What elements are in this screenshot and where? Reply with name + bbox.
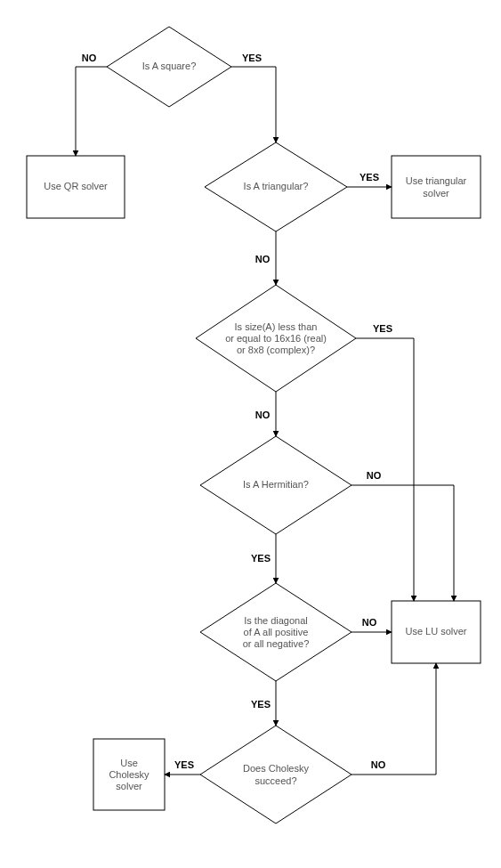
edge-tri-yes-label: YES	[360, 172, 379, 183]
decision-triangular: Is A triangular?	[205, 142, 347, 231]
process-lu-solver: Use LU solver	[392, 601, 481, 663]
edge-herm-yes-label: YES	[251, 553, 271, 564]
decision-triangular-label: Is A triangular?	[244, 181, 309, 191]
edge-chol-no	[352, 663, 436, 775]
process-qr-solver-label: Use QR solver	[44, 181, 108, 191]
edge-chol-yes-label: YES	[174, 759, 194, 770]
decision-diagonal-label-1: Is the diagonal	[244, 615, 308, 626]
edge-size-no-label: NO	[255, 410, 271, 420]
decision-size: Is size(A) less than or equal to 16x16 (…	[196, 285, 356, 392]
decision-diagonal-label-3: or all negative?	[243, 638, 310, 649]
edge-square-no	[76, 67, 107, 156]
process-cholesky-solver-label-2: Cholesky	[109, 769, 149, 780]
process-triangular-solver-label-1: Use triangular	[406, 175, 467, 186]
decision-square: Is A square?	[107, 27, 231, 107]
decision-hermitian: Is A Hermitian?	[200, 436, 352, 534]
process-cholesky-solver-label-1: Use	[120, 758, 138, 768]
decision-cholesky-label-1: Does Cholesky	[243, 763, 309, 774]
decision-square-label: Is A square?	[142, 61, 197, 71]
edge-size-yes	[356, 338, 414, 601]
process-lu-solver-label: Use LU solver	[405, 626, 466, 637]
edge-square-yes-label: YES	[242, 53, 262, 63]
decision-cholesky-label-2: succeed?	[255, 775, 296, 786]
edge-square-yes	[231, 67, 276, 142]
process-qr-solver: Use QR solver	[27, 156, 125, 218]
decision-size-label-2: or equal to 16x16 (real)	[225, 333, 327, 344]
edge-tri-no-label: NO	[255, 254, 271, 264]
process-cholesky-solver: Use Cholesky solver	[93, 739, 165, 810]
decision-cholesky: Does Cholesky succeed?	[200, 726, 352, 823]
edge-diag-no-label: NO	[362, 617, 377, 628]
process-cholesky-solver-label-3: solver	[116, 781, 142, 791]
edge-chol-no-label: NO	[371, 759, 386, 770]
process-triangular-solver-label-2: solver	[423, 188, 449, 199]
edge-square-no-label: NO	[82, 53, 97, 63]
edge-diag-yes-label: YES	[251, 699, 271, 710]
decision-hermitian-label: Is A Hermitian?	[243, 479, 309, 490]
flowchart: Is A square? Use QR solver Is A triangul…	[0, 0, 501, 868]
decision-diagonal: Is the diagonal of A all positive or all…	[200, 583, 352, 681]
edge-size-yes-label: YES	[373, 323, 392, 334]
edge-herm-no	[352, 485, 454, 601]
decision-size-label-3: or 8x8 (complex)?	[237, 345, 315, 355]
process-triangular-solver: Use triangular solver	[392, 156, 481, 218]
decision-diagonal-label-2: of A all positive	[244, 627, 309, 637]
edge-herm-no-label: NO	[367, 470, 382, 481]
decision-size-label-1: Is size(A) less than	[235, 321, 318, 332]
